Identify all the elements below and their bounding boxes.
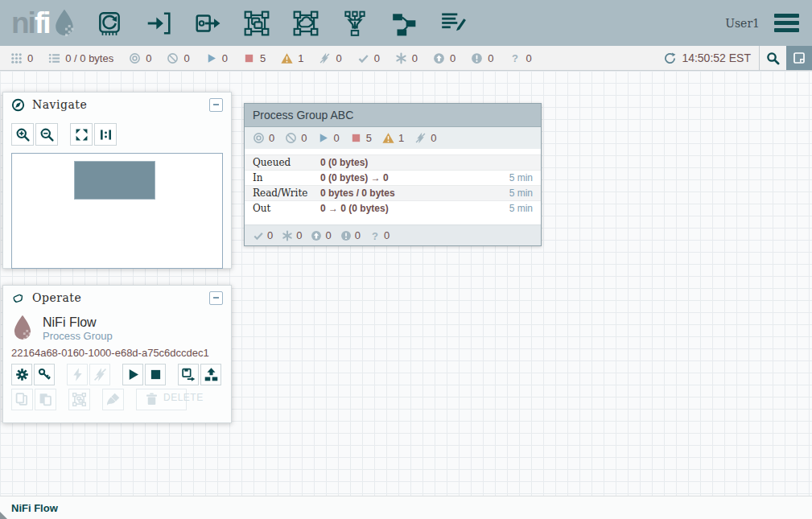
row-label: Out (253, 203, 320, 214)
status-transmitting: 0 (253, 132, 274, 144)
settings-button[interactable] (11, 364, 32, 385)
navigate-collapse-button[interactable] (209, 98, 223, 112)
remote-process-group-icon[interactable] (292, 10, 319, 37)
refresh-time: 14:50:52 EST (682, 51, 751, 64)
spacer (245, 216, 541, 224)
save-template-button[interactable] (178, 364, 199, 385)
key-button[interactable] (34, 364, 55, 385)
lightning-slash-button[interactable] (89, 364, 110, 385)
count: 0 (336, 52, 341, 64)
arrow-up-circle-icon (433, 52, 445, 64)
row-value: 0 bytes / 0 bytes (320, 187, 509, 199)
operate-buttons-row2: DELETE (3, 385, 231, 410)
count: 0 (296, 229, 302, 241)
question-icon: ? (509, 52, 521, 64)
count: 0 (183, 52, 189, 64)
status-threads: 0 (10, 52, 33, 64)
status-exclamation-circle: 0 (471, 52, 493, 64)
group-icon (72, 392, 87, 407)
navigate-buttons (3, 117, 231, 149)
input-port-icon[interactable] (145, 10, 172, 37)
row-value: 0 (0 bytes) (320, 157, 533, 168)
breadcrumb-root-link[interactable]: NiFi Flow (11, 502, 58, 514)
not-transmitting-icon (285, 132, 297, 144)
process-group-rows: Queued0 (0 bytes)In0 (0 bytes) → 05 minR… (245, 154, 541, 216)
logo-text-ni: ni (11, 8, 35, 38)
process-group-header[interactable]: Process Group ABC (245, 104, 541, 127)
process-group-stats: 000510 (245, 127, 541, 149)
running-icon (205, 52, 217, 64)
count: 0 (526, 52, 532, 64)
breadcrumb-resize-handle[interactable] (0, 512, 7, 519)
count: 0 (431, 132, 436, 144)
status-stopped: 5 (243, 52, 266, 64)
key-icon (37, 367, 52, 382)
status-queued-list: 0 / 0 bytes (48, 52, 113, 64)
refresh-icon[interactable] (664, 52, 676, 64)
zoom-in-button[interactable] (11, 123, 34, 146)
status-items: 00 / 0 bytes0005100000?0 (0, 46, 664, 70)
status-arrow-up-circle: 0 (311, 229, 331, 241)
zoom-out-button[interactable] (35, 123, 58, 146)
operate-collapse-button[interactable] (209, 291, 223, 305)
save-template-icon (181, 367, 196, 382)
minimap-viewport-rect[interactable] (74, 161, 155, 200)
queued-list-icon (48, 52, 60, 64)
zoom-out-icon (39, 127, 55, 142)
zoom-actual-icon (98, 127, 113, 142)
status-question: ?0 (369, 229, 390, 241)
search-button[interactable] (759, 46, 786, 70)
brush-button[interactable] (102, 389, 124, 410)
row-time-window: 5 min (509, 187, 533, 199)
count: 0 (374, 52, 380, 64)
play-button[interactable] (122, 364, 143, 385)
output-port-icon[interactable] (194, 10, 221, 37)
transmitting-icon (129, 52, 141, 64)
delete-button[interactable]: DELETE (136, 389, 187, 410)
upload-template-button[interactable] (200, 364, 221, 385)
count: 0 (146, 52, 151, 64)
count: 5 (366, 132, 372, 144)
stat-row-read-write: Read/Write0 bytes / 0 bytes5 min (245, 185, 541, 200)
note-icon (793, 51, 806, 64)
selected-flow-name: NiFi Flow (43, 315, 113, 330)
selected-component: NiFi Flow Process Group (3, 310, 231, 343)
operate-header: Operate (3, 286, 231, 310)
status-exclamation-circle: 0 (340, 229, 361, 241)
processor-icon[interactable] (96, 10, 123, 37)
label-icon[interactable] (439, 10, 467, 37)
birdseye-minimap[interactable] (11, 153, 223, 269)
last-refresh: 14:50:52 EST (664, 46, 751, 70)
funnel-icon[interactable] (341, 10, 369, 37)
group-button[interactable] (68, 389, 90, 410)
count: 0 (384, 229, 390, 241)
header-right: User1 (725, 12, 801, 34)
process-group-component[interactable]: Process Group ABC 000510 Queued0 (0 byte… (244, 103, 542, 246)
process-group-icon[interactable] (243, 10, 270, 37)
status-running: 0 (317, 132, 339, 144)
nifi-logo: ni fi (11, 8, 76, 39)
settings-icon (14, 367, 30, 382)
stopped-icon (350, 132, 362, 144)
template-icon[interactable] (390, 10, 418, 37)
count: 0 (269, 132, 274, 144)
count: 0 (301, 132, 307, 144)
spacer (245, 149, 541, 154)
stat-row-out: Out0 → 0 (0 bytes)5 min (245, 200, 541, 216)
lightning-button[interactable] (67, 364, 88, 385)
global-menu-button[interactable] (773, 12, 801, 34)
flow-canvas[interactable]: Process Group ABC 000510 Queued0 (0 byte… (0, 71, 812, 496)
status-checkmark: 0 (253, 229, 273, 241)
copy-button[interactable] (11, 389, 33, 410)
zoom-fit-button[interactable] (70, 123, 93, 146)
zoom-actual-button[interactable] (94, 123, 117, 146)
paste-button[interactable] (35, 389, 56, 410)
status-stopped: 5 (350, 132, 372, 144)
bulletin-panel-button[interactable] (786, 46, 812, 70)
count: 5 (260, 52, 266, 64)
count: 0 (412, 52, 418, 64)
zoom-in-icon (15, 127, 31, 142)
status-asterisk: 0 (395, 52, 418, 64)
stop-button[interactable] (145, 364, 166, 385)
play-icon (126, 367, 141, 382)
